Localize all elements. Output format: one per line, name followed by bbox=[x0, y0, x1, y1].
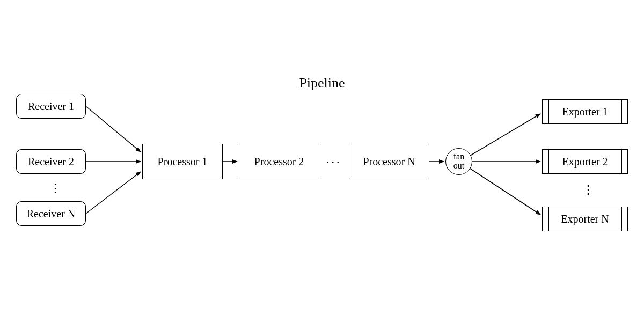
processor-ellipsis: ··· bbox=[326, 156, 342, 170]
processor-label: Processor N bbox=[363, 156, 415, 168]
arrow-receiver1-processor1 bbox=[86, 106, 141, 152]
processor-node-n: Processor N bbox=[349, 144, 429, 179]
receiver-label: Receiver 1 bbox=[28, 100, 74, 113]
processor-node-2: Processor 2 bbox=[239, 144, 319, 179]
arrow-fanout-exporter1 bbox=[470, 114, 540, 156]
receiver-node-2: Receiver 2 bbox=[16, 149, 86, 174]
receiver-node-n: Receiver N bbox=[16, 201, 86, 226]
pipeline-diagram: Pipeline Receiver 1 Receiver 2 ⋮ Receive… bbox=[0, 0, 644, 322]
exporter-ellipsis: ⋮ bbox=[582, 187, 588, 193]
processor-node-1: Processor 1 bbox=[142, 144, 223, 179]
receiver-node-1: Receiver 1 bbox=[16, 94, 86, 119]
diagram-title: Pipeline bbox=[0, 75, 644, 91]
fan-out-label: fan out bbox=[453, 152, 464, 171]
exporter-label: Exporter N bbox=[561, 213, 609, 225]
exporter-node-1: Exporter 1 bbox=[542, 99, 628, 124]
fan-out-node: fan out bbox=[445, 148, 472, 175]
exporter-node-n: Exporter N bbox=[542, 207, 628, 231]
exporter-label: Exporter 2 bbox=[562, 156, 608, 168]
arrow-receivern-processor1 bbox=[86, 172, 141, 214]
receiver-label: Receiver 2 bbox=[28, 156, 74, 168]
receiver-ellipsis: ⋮ bbox=[49, 185, 55, 191]
exporter-label: Exporter 1 bbox=[562, 106, 608, 118]
exporter-node-2: Exporter 2 bbox=[542, 149, 628, 174]
receiver-label: Receiver N bbox=[27, 208, 76, 220]
arrow-fanout-exportern bbox=[470, 169, 540, 215]
processor-label: Processor 1 bbox=[158, 156, 208, 168]
processor-label: Processor 2 bbox=[254, 156, 304, 168]
